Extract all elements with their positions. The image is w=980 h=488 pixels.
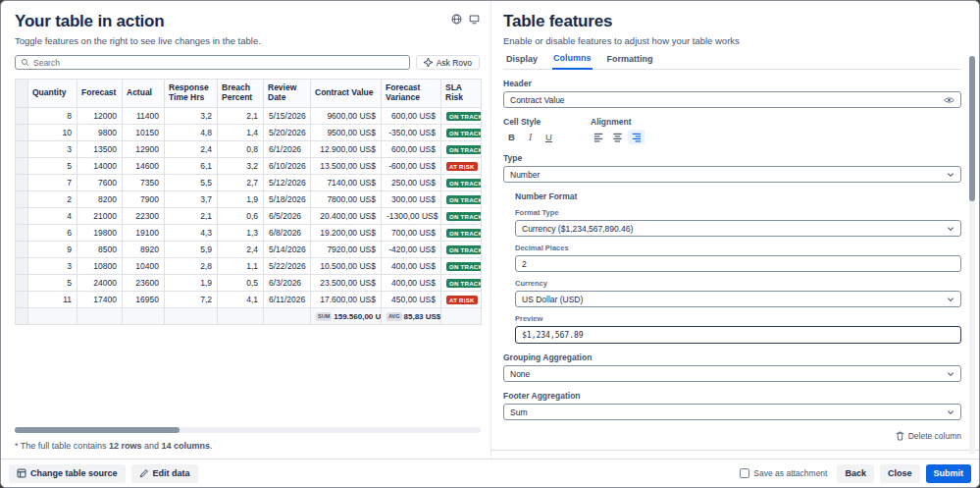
table-preview-panel: Your table in action Toggle features on … — [1, 1, 491, 459]
eye-icon[interactable] — [944, 96, 954, 104]
chevron-down-icon — [947, 172, 954, 178]
table-cell: 400,00 US$ — [382, 258, 441, 275]
table-row: 812000114003,22,15/15/20269600,00 US$600… — [16, 108, 482, 125]
decimal-places-label: Decimal Places — [515, 244, 961, 252]
table-cell: 3,7 — [165, 191, 218, 208]
row-gutter — [16, 275, 28, 292]
column-header: Response Time Hrs — [165, 80, 218, 108]
globe-icon[interactable] — [451, 14, 462, 25]
table-cell: 4,1 — [218, 292, 264, 308]
grouping-aggregation-select[interactable]: None — [503, 365, 961, 382]
tab-columns[interactable]: Columns — [552, 53, 593, 70]
column-header: Actual — [123, 80, 165, 108]
column-header: Forecast — [77, 80, 123, 108]
table-cell: 4,8 — [165, 125, 218, 141]
table-cell: 2 — [28, 191, 77, 208]
table-cell: ON TRACK — [441, 258, 482, 275]
align-center-button[interactable] — [609, 130, 626, 144]
table-row: 1117400169507,24,16/11/202617.600,00 US$… — [16, 292, 482, 308]
table-cell: ON TRACK — [441, 108, 482, 125]
close-button[interactable]: Close — [880, 464, 920, 483]
table-cell: AT RISK — [441, 158, 482, 175]
row-gutter — [16, 141, 28, 158]
type-label: Type — [503, 153, 961, 163]
table-row: 310800104002,81,15/22/202610.500,00 US$4… — [16, 258, 482, 275]
table-cell: 450,00 US$ — [382, 292, 441, 308]
type-select[interactable]: Number — [503, 166, 961, 183]
edit-data-button[interactable]: Edit data — [131, 464, 198, 483]
table-cell: ON TRACK — [441, 191, 482, 208]
table-features-panel: Table features Enable or disable feature… — [491, 1, 979, 459]
modal-content: Your table in action Toggle features on … — [1, 1, 979, 459]
ask-rovo-label: Ask Rovo — [437, 58, 472, 68]
search-field[interactable] — [33, 58, 404, 68]
horizontal-scrollbar-thumb[interactable] — [15, 427, 180, 433]
table-cell: 5 — [28, 275, 77, 292]
tab-formatting[interactable]: Formatting — [606, 53, 654, 70]
row-gutter — [16, 258, 28, 275]
save-as-attachment-checkbox[interactable] — [740, 468, 749, 478]
table-cell: 0,5 — [218, 275, 264, 292]
table-cell: 7800,00 US$ — [311, 191, 382, 208]
underline-button[interactable]: U — [541, 130, 557, 144]
table-cell: 0,8 — [218, 141, 264, 158]
table-cell: -600,00 US$ — [382, 158, 441, 175]
row-gutter — [16, 158, 28, 175]
align-left-button[interactable] — [591, 130, 607, 144]
status-badge: ON TRACK — [446, 145, 482, 154]
vertical-scrollbar[interactable] — [969, 56, 975, 455]
table-cell: 10150 — [123, 125, 165, 141]
search-input[interactable] — [15, 55, 410, 70]
chevron-down-icon — [947, 297, 954, 302]
change-table-source-button[interactable]: Change table source — [9, 464, 126, 483]
status-badge: ON TRACK — [446, 229, 482, 238]
page-subtitle: Toggle features on the right to see live… — [15, 35, 261, 46]
row-gutter — [16, 80, 28, 108]
table-cell: -350,00 US$ — [382, 125, 441, 141]
trash-icon — [896, 431, 904, 441]
footer-aggregation-select[interactable]: Sum — [503, 404, 961, 420]
save-as-attachment-option[interactable]: Save as attachment — [740, 468, 827, 478]
horizontal-scrollbar[interactable] — [15, 427, 481, 433]
status-badge: ON TRACK — [446, 279, 482, 288]
decimal-places-input[interactable] — [522, 259, 954, 269]
header-input[interactable] — [510, 95, 940, 105]
tab-display[interactable]: Display — [505, 53, 539, 70]
sum-value: 159.560,00 US$ — [334, 312, 381, 321]
table-row: 109800101504,81,45/20/20269500,00 US$-35… — [16, 125, 482, 141]
table-cell: 7350 — [123, 175, 165, 191]
submit-button[interactable]: Submit — [926, 464, 972, 483]
table-cell: 5,5 — [165, 175, 218, 191]
ask-rovo-button[interactable]: Ask Rovo — [416, 55, 480, 70]
table-cell: ON TRACK — [441, 125, 482, 141]
alignment-label: Alignment — [591, 117, 645, 127]
table-cell: 5/15/2026 — [264, 108, 311, 125]
row-gutter — [16, 191, 28, 208]
search-icon — [21, 58, 29, 67]
align-right-button[interactable] — [628, 130, 645, 144]
table-cell: 7,2 — [165, 292, 218, 308]
format-type-select[interactable]: Currency ($1,234,567,890.46) — [515, 220, 961, 237]
bold-button[interactable]: B — [503, 130, 520, 144]
vertical-scrollbar-thumb[interactable] — [969, 56, 975, 201]
italic-button[interactable]: I — [522, 130, 539, 144]
change-table-source-label: Change table source — [30, 468, 118, 478]
monitor-icon[interactable] — [469, 14, 480, 25]
table-source-icon — [17, 468, 26, 478]
table-cell: 4,3 — [165, 225, 218, 242]
page-title: Your table in action — [15, 12, 261, 31]
table-cell: 1,9 — [165, 275, 218, 292]
currency-select[interactable]: US Dollar (USD) — [515, 291, 961, 307]
status-badge: ON TRACK — [446, 112, 482, 121]
back-button[interactable]: Back — [837, 464, 874, 483]
table-cell: ON TRACK — [441, 225, 482, 242]
status-badge: ON TRACK — [446, 262, 482, 271]
type-select-value: Number — [510, 170, 540, 180]
table-cell: 10800 — [77, 258, 123, 275]
column-header: Breach Percent — [218, 80, 264, 108]
grouping-aggregation-label: Grouping Aggregation — [503, 352, 961, 362]
table-cell: 3 — [28, 141, 77, 158]
delete-column-button[interactable]: Delete column — [896, 431, 961, 441]
table-cell: 24000 — [77, 275, 123, 292]
row-gutter — [16, 125, 28, 141]
